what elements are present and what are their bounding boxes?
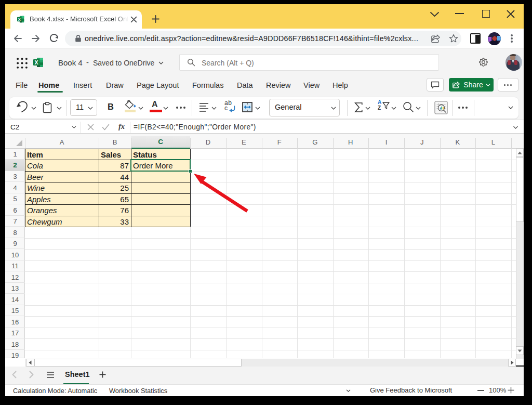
svg-text:X: X: [34, 59, 38, 66]
svg-text:X: X: [18, 17, 21, 22]
